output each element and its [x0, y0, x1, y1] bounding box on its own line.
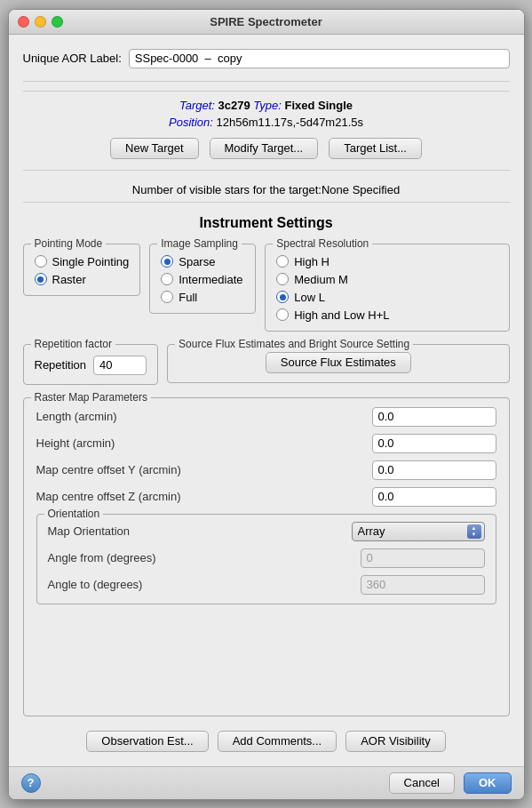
sampling-full-label: Full — [179, 291, 197, 304]
offset-y-input[interactable] — [372, 460, 496, 480]
sampling-sparse-option[interactable]: Sparse — [161, 255, 244, 268]
orientation-box: Orientation Map Orientation Array Equato… — [36, 514, 496, 604]
map-orientation-label: Map Orientation — [48, 524, 131, 538]
instrument-settings-heading: Instrument Settings — [23, 215, 510, 231]
image-sampling-box: Image Sampling Sparse Intermediate Fu — [149, 244, 256, 314]
res-high-low-option[interactable]: High and Low H+L — [276, 308, 497, 322]
length-input[interactable] — [372, 407, 496, 427]
image-sampling-legend: Image Sampling — [157, 237, 242, 250]
sampling-intermediate-label: Intermediate — [179, 273, 242, 286]
aor-input[interactable] — [129, 49, 510, 68]
cancel-button[interactable]: Cancel — [389, 772, 455, 794]
res-high-low-radio[interactable] — [276, 308, 289, 321]
source-flux-box: Source Flux Estimates and Bright Source … — [167, 344, 509, 383]
map-orientation-select[interactable]: Array Equatorial Ecliptic Galactic — [352, 522, 485, 541]
spectral-resolution-legend: Spectral Resolution — [273, 237, 372, 250]
add-comments-button[interactable]: Add Comments... — [218, 731, 337, 752]
target-info-box: Target: 3c279 Type: Fixed Single Positio… — [23, 91, 510, 171]
res-low-radio[interactable] — [276, 291, 289, 303]
res-high-option[interactable]: High H — [276, 255, 497, 268]
bottom-buttons: Observation Est... Add Comments... AOR V… — [23, 724, 510, 757]
res-low-option[interactable]: Low L — [276, 291, 497, 304]
target-buttons: New Target Modify Target... Target List.… — [34, 138, 499, 159]
offset-z-label: Map centre offset Z (arcmin) — [36, 490, 181, 503]
spectral-resolution-box: Spectral Resolution High H Medium M L — [265, 244, 509, 332]
pointing-raster-label: Raster — [52, 273, 86, 286]
sampling-full-option[interactable]: Full — [161, 291, 244, 304]
help-button[interactable]: ? — [21, 773, 41, 793]
sampling-full-radio[interactable] — [161, 291, 173, 303]
sampling-intermediate-radio[interactable] — [161, 273, 173, 285]
res-high-radio[interactable] — [276, 255, 289, 268]
source-flux-button[interactable]: Source Flux Estimates — [266, 352, 411, 373]
instrument-settings-section: Instrument Settings Pointing Mode Single… — [23, 210, 510, 390]
pointing-single-option[interactable]: Single Pointing — [35, 255, 130, 268]
target-list-button[interactable]: Target List... — [329, 138, 422, 159]
offset-z-input[interactable] — [372, 487, 496, 507]
pointing-mode-legend: Pointing Mode — [31, 237, 107, 250]
new-target-button[interactable]: New Target — [110, 138, 199, 159]
offset-z-row: Map centre offset Z (arcmin) — [36, 487, 496, 507]
pointing-single-label: Single Pointing — [52, 255, 130, 268]
position-label: Position: — [169, 116, 213, 129]
window-title: SPIRE Spectrometer — [210, 15, 322, 28]
footer-bar: ? Cancel OK — [9, 766, 524, 799]
target-info-line2: Position: 12h56m11.17s,-5d47m21.5s — [34, 116, 499, 129]
res-low-label: Low L — [294, 291, 325, 304]
pointing-mode-box: Pointing Mode Single Pointing Raster — [23, 244, 141, 296]
window-content: Unique AOR Label: Target: 3c279 Type: Fi… — [9, 35, 524, 766]
ok-button[interactable]: OK — [464, 772, 512, 794]
aor-label: Unique AOR Label: — [23, 52, 122, 65]
footer-right: Cancel OK — [389, 772, 512, 794]
length-label: Length (arcmin) — [36, 410, 117, 423]
target-label: Target: — [179, 99, 215, 112]
maximize-button[interactable] — [52, 16, 63, 28]
map-orientation-row: Map Orientation Array Equatorial Eclipti… — [48, 522, 485, 541]
res-medium-option[interactable]: Medium M — [276, 273, 497, 286]
repetition-row: Repetition — [35, 356, 147, 375]
height-label: Height (arcmin) — [36, 436, 115, 450]
repetition-source-row: Repetition factor Repetition Source Flux… — [23, 344, 510, 385]
observation-est-button[interactable]: Observation Est... — [86, 731, 208, 752]
orientation-legend: Orientation — [44, 508, 104, 520]
angle-to-row: Angle to (degrees) — [48, 575, 485, 595]
angle-from-input[interactable] — [361, 548, 485, 568]
minimize-button[interactable] — [35, 16, 46, 28]
length-row: Length (arcmin) — [36, 407, 496, 427]
repetition-legend: Repetition factor — [31, 338, 115, 350]
target-name: 3c279 — [218, 99, 250, 112]
height-input[interactable] — [372, 434, 496, 453]
aor-visibility-button[interactable]: AOR Visibility — [345, 731, 446, 752]
pointing-raster-radio[interactable] — [35, 273, 47, 285]
modify-target-button[interactable]: Modify Target... — [210, 138, 319, 159]
repetition-label: Repetition — [35, 358, 87, 372]
height-row: Height (arcmin) — [36, 434, 496, 453]
aor-label-row: Unique AOR Label: — [23, 45, 510, 72]
titlebar: SPIRE Spectrometer — [9, 10, 524, 35]
offset-y-label: Map centre offset Y (arcmin) — [36, 463, 181, 476]
repetition-input[interactable] — [93, 356, 147, 375]
raster-map-legend: Raster Map Parameters — [31, 391, 151, 404]
position-value: 12h56m11.17s,-5d47m21.5s — [216, 116, 363, 129]
sampling-sparse-label: Sparse — [179, 255, 215, 268]
main-window: SPIRE Spectrometer Unique AOR Label: Tar… — [8, 9, 525, 800]
angle-to-input[interactable] — [361, 575, 485, 595]
res-high-low-label: High and Low H+L — [294, 308, 389, 322]
angle-from-label: Angle from (degrees) — [48, 551, 156, 564]
res-medium-radio[interactable] — [276, 273, 289, 285]
type-value: Fixed Single — [285, 99, 353, 112]
sampling-intermediate-option[interactable]: Intermediate — [161, 273, 244, 286]
sampling-sparse-radio[interactable] — [161, 255, 173, 268]
pointing-single-radio[interactable] — [35, 255, 47, 268]
res-high-label: High H — [294, 255, 330, 268]
pointing-raster-option[interactable]: Raster — [35, 273, 130, 286]
repetition-box: Repetition factor Repetition — [23, 344, 159, 385]
map-orientation-select-wrapper: Array Equatorial Ecliptic Galactic — [352, 522, 485, 541]
source-flux-legend: Source Flux Estimates and Bright Source … — [175, 338, 413, 350]
visible-stars-text: Number of visible stars for the target:N… — [132, 183, 400, 196]
offset-y-row: Map centre offset Y (arcmin) — [36, 460, 496, 480]
res-medium-label: Medium M — [294, 273, 348, 286]
target-info-line1: Target: 3c279 Type: Fixed Single — [34, 99, 499, 112]
close-button[interactable] — [18, 16, 29, 28]
raster-map-section: Raster Map Parameters Length (arcmin) He… — [23, 397, 510, 716]
